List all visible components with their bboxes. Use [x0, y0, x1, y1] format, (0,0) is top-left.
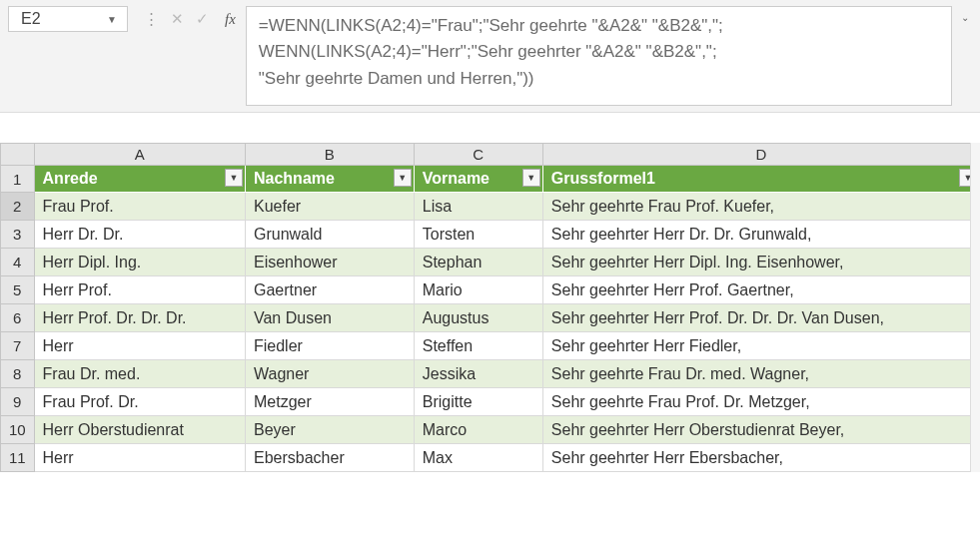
cell[interactable]: Marco [414, 416, 542, 444]
filter-button-nachname[interactable]: ▼ [394, 169, 412, 187]
cell[interactable]: Sehr geehrter Herr Ebersbacher, [542, 444, 979, 472]
cell[interactable]: Stephan [414, 249, 542, 276]
cell[interactable]: Van Dusen [245, 304, 414, 332]
cell[interactable]: Mario [414, 276, 542, 304]
cell[interactable]: Sehr geehrte Frau Dr. med. Wagner, [542, 360, 979, 388]
row-header-5[interactable]: 5 [1, 276, 35, 304]
cell[interactable]: Sehr geehrter Herr Prof. Dr. Dr. Dr. Van… [542, 304, 979, 332]
col-header-a[interactable]: A [34, 144, 245, 166]
worksheet[interactable]: A B C D 1 Anrede ▼ Nachname ▼ Vorname ▼ … [0, 143, 980, 472]
formula-edit-buttons: ⋮ ✕ ✓ [138, 6, 215, 32]
header-label: Vorname [423, 170, 490, 187]
table-row: 7 Herr Fiedler Steffen Sehr geehrter Her… [1, 332, 980, 360]
cell[interactable]: Sehr geehrter Herr Dipl. Ing. Eisenhower… [542, 249, 979, 276]
row-header-3[interactable]: 3 [1, 221, 35, 249]
table-header-row: 1 Anrede ▼ Nachname ▼ Vorname ▼ Grussfor… [1, 166, 980, 193]
chevron-down-icon[interactable]: ▼ [107, 14, 117, 25]
col-header-b[interactable]: B [245, 144, 414, 166]
cell[interactable]: Herr [34, 444, 245, 472]
cell[interactable]: Frau Prof. [34, 193, 245, 221]
formula-bar-expand-icon[interactable]: ⌄ [958, 6, 972, 23]
row-header-4[interactable]: 4 [1, 249, 35, 276]
formula-input[interactable]: =WENN(LINKS(A2;4)="Frau";"Sehr geehrte "… [246, 6, 952, 106]
cell[interactable]: Wagner [245, 360, 414, 388]
divider-icon: ⋮ [144, 10, 159, 28]
cell[interactable]: Sehr geehrter Herr Dr. Dr. Grunwald, [542, 221, 979, 249]
header-label: Anrede [43, 170, 98, 187]
name-box[interactable]: E2 ▼ [8, 6, 128, 32]
header-cell-anrede[interactable]: Anrede ▼ [34, 166, 245, 193]
filter-button-anrede[interactable]: ▼ [225, 169, 243, 187]
table-row: 5 Herr Prof. Gaertner Mario Sehr geehrte… [1, 276, 980, 304]
header-label: Grussformel1 [551, 170, 655, 187]
formula-text: =WENN(LINKS(A2;4)="Frau";"Sehr geehrte "… [259, 13, 939, 92]
cell[interactable]: Fiedler [245, 332, 414, 360]
cell[interactable]: Eisenhower [245, 249, 414, 276]
cell[interactable]: Metzger [245, 388, 414, 416]
cell[interactable]: Sehr geehrter Herr Prof. Gaertner, [542, 276, 979, 304]
header-cell-gruss[interactable]: Grussformel1 ▼ [542, 166, 979, 193]
filter-button-vorname[interactable]: ▼ [522, 169, 540, 187]
fx-icon[interactable]: fx [225, 6, 236, 32]
header-cell-vorname[interactable]: Vorname ▼ [414, 166, 542, 193]
row-header-8[interactable]: 8 [1, 360, 35, 388]
cell[interactable]: Herr Dr. Dr. [34, 221, 245, 249]
cell[interactable]: Ebersbacher [245, 444, 414, 472]
cell[interactable]: Kuefer [245, 193, 414, 221]
name-box-value: E2 [21, 10, 41, 28]
vertical-scrollbar[interactable] [970, 143, 980, 472]
header-label: Nachname [254, 170, 335, 187]
cell[interactable]: Sehr geehrte Frau Prof. Kuefer, [542, 193, 979, 221]
cancel-formula-icon[interactable]: ✕ [171, 10, 184, 28]
cell[interactable]: Beyer [245, 416, 414, 444]
row-header-2[interactable]: 2 [1, 193, 35, 221]
table-row: 6 Herr Prof. Dr. Dr. Dr. Van Dusen Augus… [1, 304, 980, 332]
column-header-row: A B C D [1, 144, 980, 166]
cell[interactable]: Herr Dipl. Ing. [34, 249, 245, 276]
table-row: 4 Herr Dipl. Ing. Eisenhower Stephan Seh… [1, 249, 980, 276]
cell[interactable]: Frau Dr. med. [34, 360, 245, 388]
accept-formula-icon[interactable]: ✓ [196, 10, 209, 28]
cell[interactable]: Torsten [414, 221, 542, 249]
col-header-d[interactable]: D [542, 144, 979, 166]
formula-bar: E2 ▼ ⋮ ✕ ✓ fx =WENN(LINKS(A2;4)="Frau";"… [0, 0, 980, 113]
cell[interactable]: Augustus [414, 304, 542, 332]
cell[interactable]: Sehr geehrter Herr Oberstudienrat Beyer, [542, 416, 979, 444]
table-row: 10 Herr Oberstudienrat Beyer Marco Sehr … [1, 416, 980, 444]
cell[interactable]: Steffen [414, 332, 542, 360]
row-header-10[interactable]: 10 [1, 416, 35, 444]
table-row: 2 Frau Prof. Kuefer Lisa Sehr geehrte Fr… [1, 193, 980, 221]
cell[interactable]: Max [414, 444, 542, 472]
select-all-corner[interactable] [1, 144, 35, 166]
cell[interactable]: Herr Oberstudienrat [34, 416, 245, 444]
header-cell-nachname[interactable]: Nachname ▼ [245, 166, 414, 193]
row-header-6[interactable]: 6 [1, 304, 35, 332]
row-header-7[interactable]: 7 [1, 332, 35, 360]
cell[interactable]: Herr Prof. Dr. Dr. Dr. [34, 304, 245, 332]
table-row: 3 Herr Dr. Dr. Grunwald Torsten Sehr gee… [1, 221, 980, 249]
table-row: 8 Frau Dr. med. Wagner Jessika Sehr geeh… [1, 360, 980, 388]
row-header-11[interactable]: 11 [1, 444, 35, 472]
cell[interactable]: Lisa [414, 193, 542, 221]
cell[interactable]: Sehr geehrte Frau Prof. Dr. Metzger, [542, 388, 979, 416]
cell[interactable]: Brigitte [414, 388, 542, 416]
cell[interactable]: Herr [34, 332, 245, 360]
col-header-c[interactable]: C [414, 144, 542, 166]
cell[interactable]: Herr Prof. [34, 276, 245, 304]
cell[interactable]: Grunwald [245, 221, 414, 249]
ribbon-gap [0, 113, 980, 143]
cell[interactable]: Gaertner [245, 276, 414, 304]
row-header-1[interactable]: 1 [1, 166, 35, 193]
row-header-9[interactable]: 9 [1, 388, 35, 416]
cell[interactable]: Jessika [414, 360, 542, 388]
table-row: 11 Herr Ebersbacher Max Sehr geehrter He… [1, 444, 980, 472]
cell[interactable]: Frau Prof. Dr. [34, 388, 245, 416]
table-row: 9 Frau Prof. Dr. Metzger Brigitte Sehr g… [1, 388, 980, 416]
cell[interactable]: Sehr geehrter Herr Fiedler, [542, 332, 979, 360]
